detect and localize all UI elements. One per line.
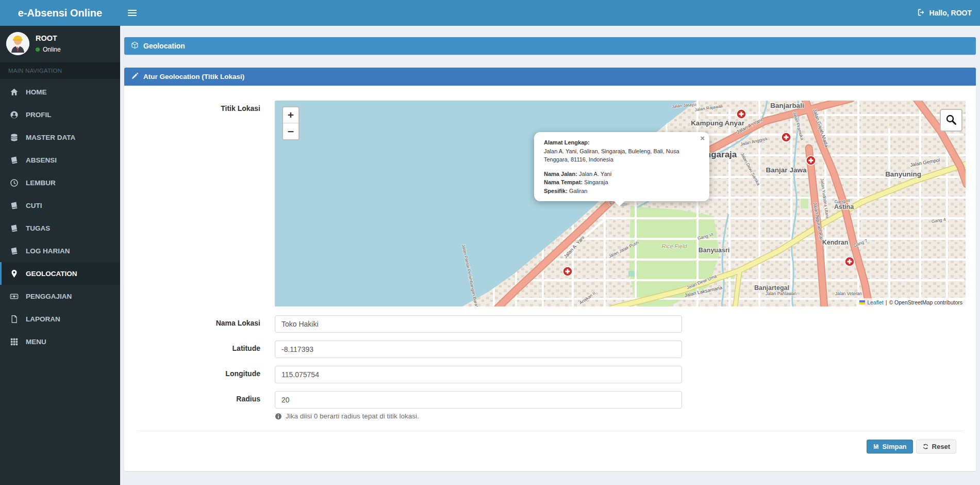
sidebar-item-cuti[interactable]: CUTI <box>0 194 120 217</box>
map-field-label: Titik Lokasi <box>137 101 260 306</box>
popup-spesifik: Spesifik: Galiran <box>544 187 694 196</box>
book-icon <box>10 201 24 210</box>
book-icon <box>10 224 24 233</box>
app-brand[interactable]: e-Absensi Online <box>0 0 120 26</box>
logout-link[interactable]: Hallo, ROOT <box>909 0 980 26</box>
book-icon <box>10 156 24 165</box>
sidebar-item-home[interactable]: HOME <box>0 80 120 103</box>
sidebar-item-geolocation[interactable]: GEOLOCATION <box>0 262 120 285</box>
popup-nama-jalan: Nama Jalan: Jalan A. Yani <box>544 170 694 179</box>
zoom-out-button[interactable]: − <box>283 123 298 139</box>
sidebar-item-log-harian[interactable]: LOG HARIAN <box>0 239 120 262</box>
user-name: ROOT <box>36 34 61 42</box>
longitude-label: Longitude <box>137 366 260 383</box>
nama-lokasi-label: Nama Lokasi <box>137 315 260 333</box>
grid-icon <box>10 337 24 346</box>
sign-out-icon <box>917 8 925 18</box>
user-status: Online <box>43 46 61 53</box>
zoom-in-button[interactable]: + <box>283 107 298 123</box>
content-area: Geolocation Atur Geolocation (Titik Loka… <box>120 26 980 485</box>
svg-text:Banjarbali: Banjarbali <box>770 102 804 109</box>
top-navbar: e-Absensi Online Hallo, ROOT <box>0 0 980 26</box>
sidebar-item-lembur[interactable]: LEMBUR <box>0 171 120 194</box>
latitude-input[interactable] <box>275 341 682 358</box>
sidebar-item-menu[interactable]: MENU <box>0 330 120 353</box>
search-icon <box>945 114 957 127</box>
user-panel: ROOT Online <box>0 26 120 62</box>
online-status-icon <box>36 47 40 52</box>
svg-text:Jalan Veteran: Jalan Veteran <box>835 291 862 296</box>
sidebar-item-profil[interactable]: PROFIL <box>0 103 120 126</box>
map-popup: Alamat Lengkap: Jalan A. Yani, Galiran, … <box>534 132 709 201</box>
osm-attribution: © OpenStreetMap contributors <box>889 299 962 305</box>
box-header: Atur Geolocation (Titik Lokasi) <box>124 68 976 86</box>
latitude-label: Latitude <box>137 341 260 358</box>
sidebar-toggle-button[interactable] <box>120 0 144 26</box>
map-search-button[interactable] <box>940 109 962 132</box>
svg-text:Jalan Pahlawan: Jalan Pahlawan <box>766 291 796 296</box>
sidebar-item-penggajian[interactable]: PENGGAJIAN <box>0 285 120 308</box>
sidebar-item-laporan[interactable]: LAPORAN <box>0 308 120 330</box>
file-icon <box>10 315 24 324</box>
svg-text:Rice Field: Rice Field <box>662 243 688 249</box>
popup-nama-tempat: Nama Tempat: Singaraja <box>544 178 694 187</box>
svg-text:Banjartegal: Banjartegal <box>754 284 789 292</box>
save-icon <box>873 443 879 450</box>
user-circle-icon <box>10 110 24 119</box>
radius-note: Jika diisi 0 berarti radius tepat di tit… <box>275 412 976 420</box>
sidebar-item-master-data[interactable]: MASTER DATA <box>0 126 120 149</box>
box-title: Atur Geolocation (Titik Lokasi) <box>143 73 244 80</box>
page-title: Geolocation <box>143 42 185 50</box>
popup-close-icon[interactable]: × <box>700 134 705 142</box>
popup-alamat: Jalan A. Yani, Galiran, Singaraja, Bulel… <box>544 147 694 164</box>
greeting-text: Hallo, ROOT <box>929 9 972 17</box>
sidebar: ROOT Online MAIN NAVIGATION HOME PROFIL … <box>0 26 120 485</box>
book-icon <box>10 247 24 255</box>
sidebar-item-absensi[interactable]: ABSENSI <box>0 149 120 171</box>
home-icon <box>10 88 24 96</box>
nama-lokasi-input[interactable] <box>275 315 682 333</box>
radius-input[interactable] <box>275 391 682 409</box>
map-zoom-control: + − <box>282 106 300 140</box>
sidebar-menu: HOME PROFIL MASTER DATA ABSENSI LEMBUR C… <box>0 79 120 353</box>
money-icon <box>10 292 24 301</box>
pencil-icon <box>131 72 139 82</box>
map-attribution: Leaflet | © OpenStreetMap contributors <box>856 298 966 306</box>
sidebar-item-tugas[interactable]: TUGAS <box>0 217 120 239</box>
clock-icon <box>10 179 24 187</box>
save-button[interactable]: Simpan <box>867 440 913 454</box>
refresh-icon <box>922 443 929 450</box>
box-footer: Simpan Reset <box>137 431 976 454</box>
sidebar-section-label: MAIN NAVIGATION <box>0 62 120 79</box>
leaflet-map[interactable]: AH2 1 Banjarbali Kampung Anyar <box>275 101 966 306</box>
page-header-bar: Geolocation <box>124 37 976 55</box>
avatar <box>6 32 29 55</box>
longitude-input[interactable] <box>275 366 682 383</box>
cube-icon <box>131 41 139 51</box>
svg-text:Banyuasri: Banyuasri <box>699 247 729 254</box>
svg-text:Banjar Jawa: Banjar Jawa <box>766 166 807 174</box>
radius-label: Radius <box>137 391 260 409</box>
popup-alamat-label: Alamat Lengkap: <box>544 138 694 147</box>
leaflet-link[interactable]: Leaflet <box>867 299 884 305</box>
info-icon <box>275 413 282 420</box>
leaflet-flag-icon <box>859 299 865 305</box>
svg-text:Banyuning: Banyuning <box>885 170 921 178</box>
database-icon <box>10 133 24 142</box>
svg-text:Kampung Anyar: Kampung Anyar <box>691 119 745 127</box>
geolocation-box: Atur Geolocation (Titik Lokasi) Titik Lo… <box>124 68 976 471</box>
svg-text:Kendran: Kendran <box>822 239 849 246</box>
reset-button[interactable]: Reset <box>916 440 956 454</box>
map-marker-icon <box>10 269 24 278</box>
svg-text:Astina: Astina <box>834 203 854 211</box>
